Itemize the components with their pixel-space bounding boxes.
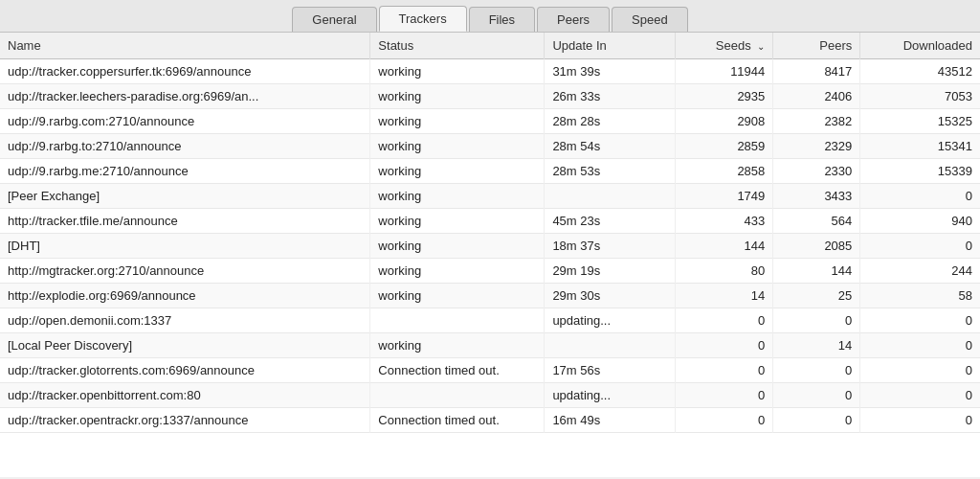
cell-peers: 0 bbox=[773, 383, 860, 408]
tab-bar: General Trackers Files Peers Speed bbox=[0, 0, 980, 33]
cell-update: updating... bbox=[545, 383, 676, 408]
cell-status bbox=[370, 308, 545, 333]
cell-name: [DHT] bbox=[0, 234, 370, 259]
cell-status: working bbox=[370, 209, 545, 234]
table-row[interactable]: [DHT]working18m 37s14420850 bbox=[0, 234, 980, 259]
table-row[interactable]: udp://tracker.glotorrents.com:6969/annou… bbox=[0, 358, 980, 383]
cell-peers: 2085 bbox=[773, 234, 860, 259]
cell-peers: 564 bbox=[773, 209, 860, 234]
cell-update: 28m 53s bbox=[545, 159, 676, 184]
cell-seeds: 0 bbox=[675, 333, 772, 358]
cell-seeds: 2858 bbox=[675, 159, 772, 184]
cell-downloaded: 15325 bbox=[860, 109, 980, 134]
cell-seeds: 0 bbox=[675, 358, 772, 383]
cell-update: 29m 30s bbox=[545, 284, 676, 308]
cell-update bbox=[545, 184, 676, 209]
table-row[interactable]: udp://9.rarbg.com:2710/announceworking28… bbox=[0, 109, 980, 134]
cell-downloaded: 0 bbox=[860, 383, 980, 408]
cell-status: Connection timed out. bbox=[370, 408, 545, 433]
cell-name: udp://tracker.opentrackr.org:1337/announ… bbox=[0, 408, 370, 433]
cell-peers: 2406 bbox=[773, 84, 860, 109]
table-row[interactable]: [Local Peer Discovery]working0140 bbox=[0, 333, 980, 358]
table-row[interactable]: http://tracker.tfile.me/announceworking4… bbox=[0, 209, 980, 234]
cell-status bbox=[370, 383, 545, 408]
cell-downloaded: 940 bbox=[860, 209, 980, 234]
cell-status: working bbox=[370, 333, 545, 358]
table-row[interactable]: udp://tracker.leechers-paradise.org:6969… bbox=[0, 84, 980, 109]
table-row[interactable]: http://mgtracker.org:2710/announceworkin… bbox=[0, 259, 980, 284]
cell-downloaded: 244 bbox=[860, 259, 980, 284]
cell-update: 28m 54s bbox=[545, 134, 676, 159]
cell-seeds: 11944 bbox=[675, 59, 772, 84]
cell-downloaded: 15339 bbox=[860, 159, 980, 184]
table-row[interactable]: [Peer Exchange]working174934330 bbox=[0, 184, 980, 209]
col-header-downloaded[interactable]: Downloaded bbox=[860, 33, 980, 59]
tab-general[interactable]: General bbox=[292, 7, 376, 32]
cell-status: working bbox=[370, 234, 545, 259]
cell-status: working bbox=[370, 134, 545, 159]
cell-peers: 0 bbox=[773, 408, 860, 433]
col-header-status[interactable]: Status bbox=[370, 33, 545, 59]
cell-peers: 2330 bbox=[773, 159, 860, 184]
cell-downloaded: 0 bbox=[860, 234, 980, 259]
cell-peers: 0 bbox=[773, 358, 860, 383]
cell-status: working bbox=[370, 59, 545, 84]
trackers-table-container: Name Status Update In Seeds ⌄ Peers Down… bbox=[0, 33, 980, 477]
col-header-peers[interactable]: Peers bbox=[773, 33, 860, 59]
col-header-update[interactable]: Update In bbox=[545, 33, 676, 59]
cell-downloaded: 0 bbox=[860, 408, 980, 433]
table-row[interactable]: udp://tracker.openbittorrent.com:80updat… bbox=[0, 383, 980, 408]
cell-update: 31m 39s bbox=[545, 59, 676, 84]
cell-status: working bbox=[370, 84, 545, 109]
cell-status: working bbox=[370, 109, 545, 134]
cell-seeds: 433 bbox=[675, 209, 772, 234]
cell-seeds: 14 bbox=[675, 284, 772, 308]
cell-name: http://explodie.org:6969/announce bbox=[0, 284, 370, 308]
cell-seeds: 2935 bbox=[675, 84, 772, 109]
cell-peers: 14 bbox=[773, 333, 860, 358]
cell-name: [Peer Exchange] bbox=[0, 184, 370, 209]
tab-files[interactable]: Files bbox=[469, 7, 535, 32]
tab-peers[interactable]: Peers bbox=[537, 7, 610, 32]
table-row[interactable]: udp://9.rarbg.me:2710/announceworking28m… bbox=[0, 159, 980, 184]
cell-seeds: 0 bbox=[675, 308, 772, 333]
cell-name: udp://tracker.coppersurfer.tk:6969/annou… bbox=[0, 59, 370, 84]
cell-update: 18m 37s bbox=[545, 234, 676, 259]
cell-seeds: 0 bbox=[675, 383, 772, 408]
cell-update: updating... bbox=[545, 308, 676, 333]
cell-downloaded: 7053 bbox=[860, 84, 980, 109]
cell-name: udp://9.rarbg.com:2710/announce bbox=[0, 109, 370, 134]
cell-seeds: 1749 bbox=[675, 184, 772, 209]
cell-name: http://tracker.tfile.me/announce bbox=[0, 209, 370, 234]
cell-peers: 2382 bbox=[773, 109, 860, 134]
cell-downloaded: 0 bbox=[860, 333, 980, 358]
cell-seeds: 2859 bbox=[675, 134, 772, 159]
cell-name: udp://tracker.openbittorrent.com:80 bbox=[0, 383, 370, 408]
cell-seeds: 80 bbox=[675, 259, 772, 284]
cell-update: 16m 49s bbox=[545, 408, 676, 433]
table-row[interactable]: udp://open.demonii.com:1337updating...00… bbox=[0, 308, 980, 333]
cell-update: 28m 28s bbox=[545, 109, 676, 134]
cell-name: udp://9.rarbg.to:2710/announce bbox=[0, 134, 370, 159]
table-row[interactable]: udp://9.rarbg.to:2710/announceworking28m… bbox=[0, 134, 980, 159]
table-row[interactable]: http://explodie.org:6969/announceworking… bbox=[0, 284, 980, 308]
cell-peers: 0 bbox=[773, 308, 860, 333]
col-header-name[interactable]: Name bbox=[0, 33, 370, 59]
cell-status: working bbox=[370, 259, 545, 284]
tab-trackers[interactable]: Trackers bbox=[379, 6, 467, 32]
cell-peers: 144 bbox=[773, 259, 860, 284]
cell-seeds: 0 bbox=[675, 408, 772, 433]
cell-peers: 2329 bbox=[773, 134, 860, 159]
tab-speed[interactable]: Speed bbox=[612, 7, 688, 32]
table-row[interactable]: udp://tracker.coppersurfer.tk:6969/annou… bbox=[0, 59, 980, 84]
table-row[interactable]: udp://tracker.opentrackr.org:1337/announ… bbox=[0, 408, 980, 433]
table-body: udp://tracker.coppersurfer.tk:6969/annou… bbox=[0, 59, 980, 433]
cell-downloaded: 43512 bbox=[860, 59, 980, 84]
cell-name: http://mgtracker.org:2710/announce bbox=[0, 259, 370, 284]
cell-name: udp://open.demonii.com:1337 bbox=[0, 308, 370, 333]
cell-name: udp://tracker.glotorrents.com:6969/annou… bbox=[0, 358, 370, 383]
cell-downloaded: 58 bbox=[860, 284, 980, 308]
cell-update: 29m 19s bbox=[545, 259, 676, 284]
col-header-seeds[interactable]: Seeds ⌄ bbox=[675, 33, 772, 59]
cell-update: 26m 33s bbox=[545, 84, 676, 109]
